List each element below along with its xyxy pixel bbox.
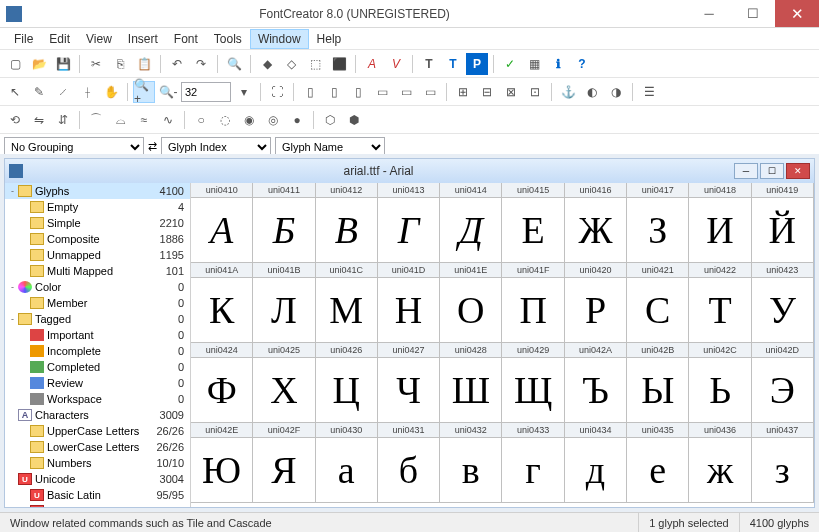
minimize-button[interactable]: ─: [687, 0, 731, 27]
layer-button[interactable]: ☰: [638, 81, 660, 103]
tree-item[interactable]: Composite1886: [5, 231, 190, 247]
text-t-button[interactable]: T: [418, 53, 440, 75]
tree-item[interactable]: Member0: [5, 295, 190, 311]
tool-c-button[interactable]: ⬚: [304, 53, 326, 75]
glyph-cell[interactable]: uni0411Б: [252, 183, 315, 263]
tree-item[interactable]: Completed0: [5, 359, 190, 375]
help-button[interactable]: ?: [571, 53, 593, 75]
anchor2-button[interactable]: ◐: [581, 81, 603, 103]
text-t2-button[interactable]: T: [442, 53, 464, 75]
tree-item[interactable]: UpperCase Letters26/26: [5, 423, 190, 439]
align3-button[interactable]: ▯: [347, 81, 369, 103]
hand-tool[interactable]: ✋: [100, 81, 122, 103]
c3-button[interactable]: ◉: [238, 109, 260, 131]
glyph-tree[interactable]: -Glyphs4100Empty4Simple2210Composite1886…: [5, 183, 191, 507]
s2-button[interactable]: ⌓: [109, 109, 131, 131]
tree-item[interactable]: ACharacters3009: [5, 407, 190, 423]
glyph-cell[interactable]: uni0417З: [626, 183, 689, 263]
glyph-cell[interactable]: uni0426Ц: [315, 342, 378, 423]
tree-item[interactable]: -Glyphs4100: [5, 183, 190, 199]
align4-button[interactable]: ▭: [371, 81, 393, 103]
glyph-cell[interactable]: uni0427Ч: [377, 342, 440, 423]
park-button[interactable]: P: [466, 53, 488, 75]
tree-item[interactable]: UUnicode3004: [5, 471, 190, 487]
align6-button[interactable]: ▭: [419, 81, 441, 103]
menu-insert[interactable]: Insert: [120, 29, 166, 49]
c1-button[interactable]: ○: [190, 109, 212, 131]
glyph-cell[interactable]: uni041AК: [191, 262, 253, 343]
paste-button[interactable]: 📋: [133, 53, 155, 75]
maximize-button[interactable]: ☐: [731, 0, 775, 27]
menu-window[interactable]: Window: [250, 29, 309, 49]
s3-button[interactable]: ≈: [133, 109, 155, 131]
tool-d-button[interactable]: ⬛: [328, 53, 350, 75]
doc-maximize-button[interactable]: ☐: [760, 163, 784, 179]
close-button[interactable]: ✕: [775, 0, 819, 27]
glyph-grid[interactable]: uni0410Аuni0411Бuni0412Вuni0413Гuni0414Д…: [191, 183, 814, 507]
d2-button[interactable]: ⬢: [343, 109, 365, 131]
d1-button[interactable]: ⬡: [319, 109, 341, 131]
snap2-button[interactable]: ⊟: [476, 81, 498, 103]
tree-item[interactable]: -Tagged0: [5, 311, 190, 327]
tree-item[interactable]: Simple2210: [5, 215, 190, 231]
copy-button[interactable]: ⎘: [109, 53, 131, 75]
c4-button[interactable]: ◎: [262, 109, 284, 131]
glyph-cell[interactable]: uni0430а: [315, 422, 378, 503]
s1-button[interactable]: ⌒: [85, 109, 107, 131]
tree-item[interactable]: Unmapped1195: [5, 247, 190, 263]
glyph-cell[interactable]: uni0436ж: [688, 422, 751, 503]
tree-item[interactable]: Empty4: [5, 199, 190, 215]
tree-item[interactable]: Numbers10/10: [5, 455, 190, 471]
measure-tool[interactable]: ⟊: [76, 81, 98, 103]
glyph-cell[interactable]: uni041EО: [439, 262, 502, 343]
glyph-cell[interactable]: uni0437з: [751, 422, 814, 503]
glyph-cell[interactable]: uni0434д: [564, 422, 627, 503]
c5-button[interactable]: ●: [286, 109, 308, 131]
tree-item[interactable]: LowerCase Letters26/26: [5, 439, 190, 455]
new-button[interactable]: ▢: [4, 53, 26, 75]
find-button[interactable]: 🔍: [223, 53, 245, 75]
info-button[interactable]: ℹ: [547, 53, 569, 75]
tool-b-button[interactable]: ◇: [280, 53, 302, 75]
zoom-dropdown[interactable]: ▾: [233, 81, 255, 103]
glyph-cell[interactable]: uni0432в: [439, 422, 502, 503]
menu-help[interactable]: Help: [309, 29, 350, 49]
document-titlebar[interactable]: arial.ttf - Arial ─ ☐ ✕: [5, 159, 814, 183]
glyph-cell[interactable]: uni042EЮ: [191, 422, 253, 503]
glyph-cell[interactable]: uni0410А: [191, 183, 253, 263]
redo-button[interactable]: ↷: [190, 53, 212, 75]
glyph-cell[interactable]: uni042CЬ: [688, 342, 751, 423]
glyph-cell[interactable]: uni0425Х: [252, 342, 315, 423]
s4-button[interactable]: ∿: [157, 109, 179, 131]
align1-button[interactable]: ▯: [299, 81, 321, 103]
snap1-button[interactable]: ⊞: [452, 81, 474, 103]
flipv-button[interactable]: ⇵: [52, 109, 74, 131]
fliph-button[interactable]: ⇋: [28, 109, 50, 131]
glyph-cell[interactable]: uni042FЯ: [252, 422, 315, 503]
glyph-cell[interactable]: uni0422Т: [688, 262, 751, 343]
save-button[interactable]: 💾: [52, 53, 74, 75]
rotate-button[interactable]: ⟲: [4, 109, 26, 131]
glyph-cell[interactable]: uni0431б: [377, 422, 440, 503]
glyph-cell[interactable]: uni0433г: [501, 422, 564, 503]
glyph-cell[interactable]: uni041CМ: [315, 262, 378, 343]
open-button[interactable]: 📂: [28, 53, 50, 75]
tree-item[interactable]: Incomplete0: [5, 343, 190, 359]
glyph-cell[interactable]: uni041BЛ: [252, 262, 315, 343]
menu-view[interactable]: View: [78, 29, 120, 49]
menu-file[interactable]: File: [6, 29, 41, 49]
zoom-in-button[interactable]: 🔍+: [133, 81, 155, 103]
tree-item[interactable]: Workspace0: [5, 391, 190, 407]
snap4-button[interactable]: ⊡: [524, 81, 546, 103]
script-a-button[interactable]: A: [361, 53, 383, 75]
snap3-button[interactable]: ⊠: [500, 81, 522, 103]
pointer-tool[interactable]: ↖: [4, 81, 26, 103]
glyph-cell[interactable]: uni0421С: [626, 262, 689, 343]
glyph-cell[interactable]: uni0415Е: [501, 183, 564, 263]
glyph-cell[interactable]: uni0420Р: [564, 262, 627, 343]
tool-a-button[interactable]: ◆: [256, 53, 278, 75]
menu-font[interactable]: Font: [166, 29, 206, 49]
undo-button[interactable]: ↶: [166, 53, 188, 75]
zoom-input[interactable]: [181, 82, 231, 102]
tree-item[interactable]: Important0: [5, 327, 190, 343]
